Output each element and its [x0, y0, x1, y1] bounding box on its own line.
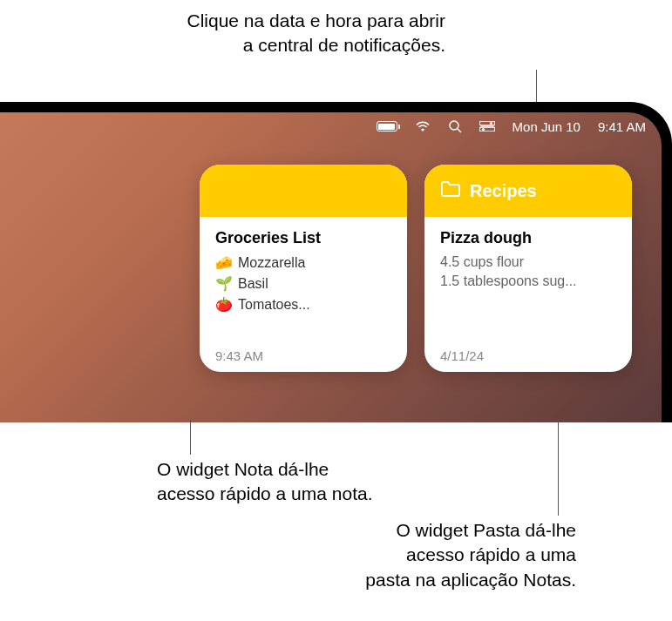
callout-bottom-right: O widget Pasta dá-lhe acesso rápido a um…: [365, 518, 576, 592]
note-items-list: 🧀 Mozzarella 🌱 Basil 🍅 Tomatoes...: [215, 253, 391, 315]
svg-rect-2: [479, 121, 495, 125]
folder-icon: [440, 180, 461, 201]
svg-rect-4: [479, 127, 495, 132]
widgets-area: Groceries List 🧀 Mozzarella 🌱 Basil 🍅: [0, 140, 662, 372]
cheese-emoji: 🧀: [215, 253, 233, 273]
notes-folder-widget[interactable]: Recipes Pizza dough 4.5 cups flour 1.5 t…: [424, 165, 632, 372]
callout-leader-line: [558, 420, 559, 516]
widget-header: Recipes: [424, 165, 632, 217]
widget-body: Pizza dough 4.5 cups flour 1.5 tablespoo…: [424, 217, 632, 372]
callout-text: acesso rápido a uma: [406, 544, 576, 564]
list-item: 🌱 Basil: [215, 273, 391, 294]
control-center-icon[interactable]: [479, 121, 495, 132]
note-title: Pizza dough: [440, 229, 616, 247]
svg-line-1: [458, 129, 461, 132]
herb-emoji: 🌱: [215, 273, 233, 294]
callout-text: pasta na aplicação Notas.: [365, 570, 576, 590]
callout-text: acesso rápido a uma nota.: [157, 483, 373, 503]
item-text: Tomatoes...: [238, 294, 310, 315]
notes-note-widget[interactable]: Groceries List 🧀 Mozzarella 🌱 Basil 🍅: [200, 165, 407, 372]
svg-point-0: [450, 121, 458, 130]
callout-text: Clique na data e hora para abrir: [187, 10, 445, 30]
svg-point-3: [489, 122, 492, 125]
callout-text: O widget Pasta dá-lhe: [396, 520, 576, 540]
note-timestamp: 9:43 AM: [215, 348, 391, 363]
item-text: Mozzarella: [238, 253, 305, 273]
svg-point-5: [481, 128, 484, 131]
widget-header: [200, 165, 407, 217]
callout-top: Clique na data e hora para abrir a centr…: [187, 9, 445, 58]
battery-icon[interactable]: [377, 121, 397, 132]
note-preview: 4.5 cups flour 1.5 tablespoons sug...: [440, 253, 616, 292]
widget-body: Groceries List 🧀 Mozzarella 🌱 Basil 🍅: [200, 217, 407, 372]
callout-bottom-left: O widget Nota dá-lhe acesso rápido a uma…: [157, 457, 373, 507]
folder-name: Recipes: [470, 181, 537, 201]
note-date: 4/11/24: [440, 348, 616, 363]
list-item: 🍅 Tomatoes...: [215, 294, 391, 315]
device-frame: Mon Jun 10 9:41 AM Groceries List 🧀 Mozz…: [0, 102, 672, 422]
item-text: Basil: [238, 273, 268, 294]
callout-leader-line: [190, 420, 191, 455]
menubar: Mon Jun 10 9:41 AM: [0, 112, 662, 140]
note-title: Groceries List: [215, 229, 391, 247]
wifi-icon[interactable]: [415, 120, 431, 132]
desktop-screen: Mon Jun 10 9:41 AM Groceries List 🧀 Mozz…: [0, 112, 662, 422]
tomato-emoji: 🍅: [215, 294, 233, 315]
spotlight-icon[interactable]: [448, 119, 462, 133]
list-item: 🧀 Mozzarella: [215, 253, 391, 273]
callout-text: a central de notificações.: [243, 35, 445, 55]
menubar-time[interactable]: 9:41 AM: [598, 119, 646, 134]
menubar-date[interactable]: Mon Jun 10: [512, 119, 580, 134]
callout-text: O widget Nota dá-lhe: [157, 459, 329, 479]
